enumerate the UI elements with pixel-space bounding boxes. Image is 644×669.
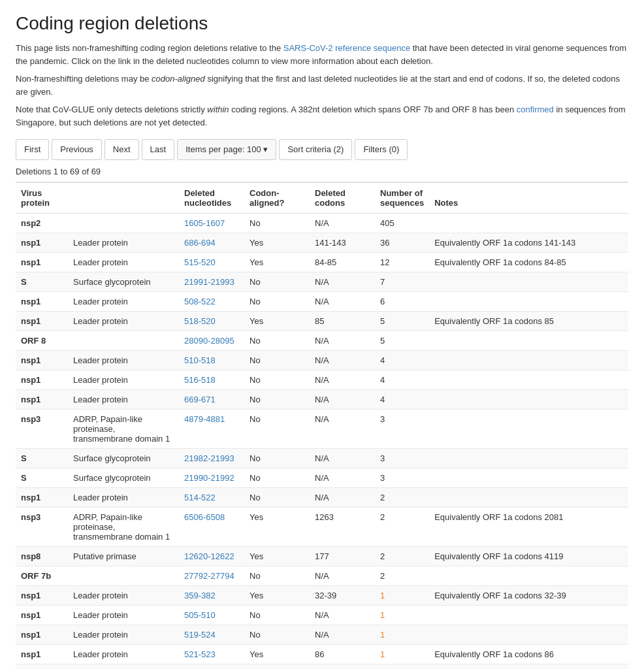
- cell-codon-aligned: No: [244, 292, 310, 312]
- cell-protein: Surface glycoprotein: [68, 468, 179, 488]
- cell-deleted-nuc[interactable]: 516-518: [179, 370, 244, 390]
- cell-deleted-nuc[interactable]: 686-694: [179, 233, 244, 253]
- cell-virus: nsp1: [16, 253, 68, 272]
- cell-deleted-nuc[interactable]: 684-692: [179, 664, 244, 669]
- cell-codon-aligned: Yes: [244, 233, 310, 253]
- col-header-deleted-nuc: Deletednucleotides: [179, 182, 244, 214]
- cell-deleted-codons: N/A: [310, 625, 375, 645]
- cell-codon-aligned: No: [244, 390, 310, 410]
- cell-deleted-nuc[interactable]: 4879-4881: [179, 410, 244, 449]
- cell-deleted-codons: 177: [310, 547, 375, 566]
- previous-button[interactable]: Previous: [52, 139, 102, 160]
- sars-cov2-reference-link[interactable]: SARS-CoV-2 reference sequence: [283, 43, 410, 53]
- cell-virus: nsp2: [16, 214, 68, 233]
- cell-deleted-nuc[interactable]: 519-524: [179, 625, 244, 645]
- filters-button[interactable]: Filters (0): [355, 139, 408, 160]
- cell-deleted-nuc[interactable]: 510-518: [179, 351, 244, 370]
- table-row: S Surface glycoprotein 21991-21993 No N/…: [16, 272, 628, 292]
- cell-deleted-nuc[interactable]: 669-671: [179, 390, 244, 410]
- last-button[interactable]: Last: [142, 139, 175, 160]
- cell-protein: ADRP, Papain-like proteinase, transmembr…: [68, 410, 179, 449]
- cell-deleted-codons: N/A: [310, 390, 375, 410]
- table-row: nsp1 Leader protein 521-523 Yes 86 1 Equ…: [16, 645, 628, 664]
- table-row: nsp3 ADRP, Papain-like proteinase, trans…: [16, 508, 628, 547]
- col-header-notes: Notes: [429, 182, 628, 214]
- cell-protein: Leader protein: [68, 606, 179, 625]
- cell-protein: [68, 331, 179, 351]
- cell-deleted-nuc[interactable]: 12620-12622: [179, 547, 244, 566]
- cell-deleted-codons: N/A: [310, 351, 375, 370]
- cell-protein: Leader protein: [68, 351, 179, 370]
- cell-deleted-nuc[interactable]: 359-382: [179, 586, 244, 606]
- cell-notes: [429, 449, 628, 468]
- table-row: nsp1 Leader protein 516-518 No N/A 4: [16, 370, 628, 390]
- cell-codon-aligned: No: [244, 449, 310, 468]
- first-button[interactable]: First: [16, 139, 49, 160]
- cell-protein: [68, 214, 179, 233]
- cell-num-sequences: 1: [375, 606, 429, 625]
- cell-deleted-nuc[interactable]: 518-520: [179, 312, 244, 331]
- cell-virus: S: [16, 449, 68, 468]
- cell-notes: [429, 468, 628, 488]
- confirmed-link[interactable]: confirmed: [517, 105, 554, 114]
- cell-virus: nsp1: [16, 370, 68, 390]
- cell-codon-aligned: No: [244, 331, 310, 351]
- cell-deleted-codons: 141-143: [310, 233, 375, 253]
- table-row: nsp1 Leader protein 508-522 No N/A 6: [16, 292, 628, 312]
- cell-protein: Leader protein: [68, 586, 179, 606]
- cell-codon-aligned: Yes: [244, 253, 310, 272]
- cell-deleted-nuc[interactable]: 1605-1607: [179, 214, 244, 233]
- cell-notes: Equivalently ORF 1a codons 141-143: [429, 233, 628, 253]
- cell-num-sequences: 4: [375, 390, 429, 410]
- cell-codon-aligned: Yes: [244, 645, 310, 664]
- cell-protein: Putative primase: [68, 547, 179, 566]
- cell-deleted-nuc[interactable]: 515-520: [179, 253, 244, 272]
- cell-num-sequences: 1: [375, 645, 429, 664]
- cell-num-sequences: 6: [375, 292, 429, 312]
- cell-deleted-nuc[interactable]: 21991-21993: [179, 272, 244, 292]
- cell-deleted-codons: 86: [310, 645, 375, 664]
- cell-deleted-nuc[interactable]: 28090-28095: [179, 331, 244, 351]
- cell-num-sequences: 2: [375, 488, 429, 508]
- cell-codon-aligned: No: [244, 410, 310, 449]
- cell-codon-aligned: No: [244, 370, 310, 390]
- cell-virus: nsp1: [16, 625, 68, 645]
- table-row: S Surface glycoprotein 21982-21993 No N/…: [16, 449, 628, 468]
- cell-deleted-codons: N/A: [310, 566, 375, 586]
- cell-num-sequences: 5: [375, 331, 429, 351]
- cell-deleted-codons: N/A: [310, 410, 375, 449]
- cell-virus: nsp1: [16, 645, 68, 664]
- next-button[interactable]: Next: [105, 139, 139, 160]
- cell-deleted-nuc[interactable]: 514-522: [179, 488, 244, 508]
- cell-deleted-nuc[interactable]: 21982-21993: [179, 449, 244, 468]
- intro-paragraph-1: This page lists non-frameshifting coding…: [16, 42, 628, 67]
- cell-deleted-nuc[interactable]: 21990-21992: [179, 468, 244, 488]
- cell-deleted-nuc[interactable]: 508-522: [179, 292, 244, 312]
- cell-deleted-codons: N/A: [310, 214, 375, 233]
- cell-deleted-nuc[interactable]: 6506-6508: [179, 508, 244, 547]
- cell-num-sequences: 2: [375, 508, 429, 547]
- table-row: nsp1 Leader protein 510-518 No N/A 4: [16, 351, 628, 370]
- cell-notes: Equivalently ORF 1a codons 85: [429, 312, 628, 331]
- cell-deleted-nuc[interactable]: 521-523: [179, 645, 244, 664]
- cell-codon-aligned: No: [244, 272, 310, 292]
- cell-virus: nsp3: [16, 508, 68, 547]
- cell-codon-aligned: Yes: [244, 547, 310, 566]
- table-row: nsp1 Leader protein 518-520 Yes 85 5 Equ…: [16, 312, 628, 331]
- items-per-page-button[interactable]: Items per page: 100 ▾: [177, 139, 276, 160]
- cell-virus: ORF 8: [16, 331, 68, 351]
- cell-notes: Equivalently ORF 1a codons 86: [429, 645, 628, 664]
- pagination-info: Deletions 1 to 69 of 69: [16, 167, 628, 176]
- cell-deleted-nuc[interactable]: 505-510: [179, 606, 244, 625]
- sort-criteria-button[interactable]: Sort criteria (2): [279, 139, 352, 160]
- cell-notes: [429, 488, 628, 508]
- cell-virus: nsp3: [16, 410, 68, 449]
- cell-deleted-codons: 1263: [310, 508, 375, 547]
- cell-notes: [429, 625, 628, 645]
- table-row: nsp8 Putative primase 12620-12622 Yes 17…: [16, 547, 628, 566]
- cell-num-sequences: 1: [375, 664, 429, 669]
- cell-deleted-nuc[interactable]: 27792-27794: [179, 566, 244, 586]
- cell-deleted-codons: N/A: [310, 468, 375, 488]
- page-title: Coding region deletions: [16, 13, 628, 34]
- cell-num-sequences: 4: [375, 370, 429, 390]
